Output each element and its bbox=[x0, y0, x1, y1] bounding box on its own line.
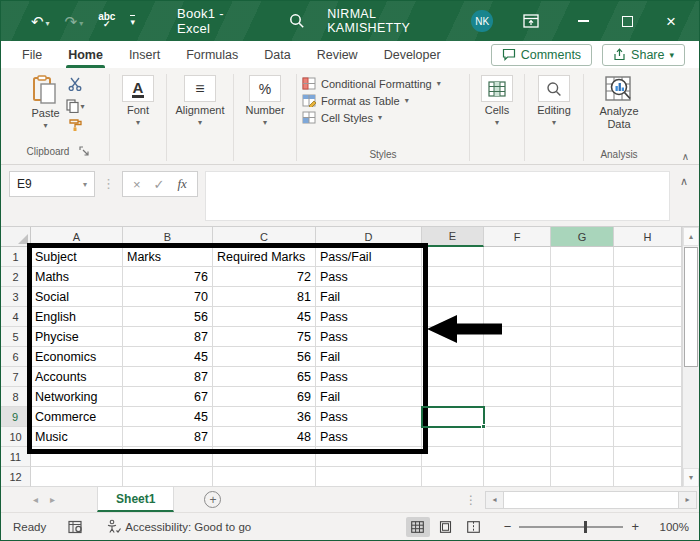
cell-F9[interactable] bbox=[484, 407, 551, 427]
cell-D12[interactable] bbox=[316, 467, 422, 487]
enter-button[interactable]: ✓ bbox=[154, 177, 165, 192]
cell-A2[interactable]: Maths bbox=[31, 267, 123, 287]
previous-sheet-button[interactable]: ◂ bbox=[33, 494, 38, 505]
row-header-11[interactable]: 11 bbox=[1, 447, 31, 467]
account-name[interactable]: NIRMAL KAMISHETTY bbox=[327, 7, 459, 35]
cell-D3[interactable]: Fail bbox=[316, 287, 422, 307]
cell-E11[interactable] bbox=[422, 447, 484, 467]
cell-C8[interactable]: 69 bbox=[213, 387, 316, 407]
chevron-down-icon[interactable]: ▾ bbox=[263, 118, 267, 127]
clipboard-dialog-launcher[interactable] bbox=[79, 142, 89, 160]
cancel-button[interactable]: × bbox=[133, 177, 141, 192]
cell-H6[interactable] bbox=[614, 347, 682, 367]
cell-G8[interactable] bbox=[551, 387, 614, 407]
cell-C3[interactable]: 81 bbox=[213, 287, 316, 307]
splitter-dots-icon[interactable]: ⋮ bbox=[465, 493, 477, 507]
share-button[interactable]: Share ▾ bbox=[602, 44, 685, 66]
cell-D4[interactable]: Pass bbox=[316, 307, 422, 327]
cell-H10[interactable] bbox=[614, 427, 682, 447]
paste-button[interactable]: Paste ▾ bbox=[31, 75, 59, 130]
row-header-3[interactable]: 3 bbox=[1, 287, 31, 307]
cell-A7[interactable]: Accounts bbox=[31, 367, 123, 387]
cell-G6[interactable] bbox=[551, 347, 614, 367]
cell-B3[interactable]: 70 bbox=[123, 287, 213, 307]
cell-B5[interactable]: 87 bbox=[123, 327, 213, 347]
cell-D6[interactable]: Fail bbox=[316, 347, 422, 367]
cell-A5[interactable]: Phycise bbox=[31, 327, 123, 347]
cell-A6[interactable]: Economics bbox=[31, 347, 123, 367]
normal-view-button[interactable] bbox=[406, 517, 430, 537]
cell-H2[interactable] bbox=[614, 267, 682, 287]
cell-F5[interactable] bbox=[484, 327, 551, 347]
cell-D2[interactable]: Pass bbox=[316, 267, 422, 287]
cell-H12[interactable] bbox=[614, 467, 682, 487]
column-header-C[interactable]: C bbox=[213, 227, 316, 247]
row-header-12[interactable]: 12 bbox=[1, 467, 31, 487]
number-menu-button[interactable]: % Number ▾ bbox=[245, 75, 284, 127]
zoom-slider-thumb[interactable] bbox=[584, 521, 587, 533]
accessibility-status[interactable]: Accessibility: Good to go bbox=[106, 519, 251, 534]
column-header-F[interactable]: F bbox=[484, 227, 551, 247]
cell-G9[interactable] bbox=[551, 407, 614, 427]
cell-F3[interactable] bbox=[484, 287, 551, 307]
row-header-8[interactable]: 8 bbox=[1, 387, 31, 407]
cell-F2[interactable] bbox=[484, 267, 551, 287]
row-header-4[interactable]: 4 bbox=[1, 307, 31, 327]
cell-A9[interactable]: Commerce bbox=[31, 407, 123, 427]
conditional-formatting-button[interactable]: Conditional Formatting ▾ bbox=[302, 77, 441, 90]
cell-H9[interactable] bbox=[614, 407, 682, 427]
formula-input[interactable] bbox=[205, 171, 670, 221]
horizontal-scroll-thumb[interactable] bbox=[503, 492, 679, 508]
cell-G1[interactable] bbox=[551, 247, 614, 267]
cell-E2[interactable] bbox=[422, 267, 484, 287]
cell-F11[interactable] bbox=[484, 447, 551, 467]
cell-B4[interactable]: 56 bbox=[123, 307, 213, 327]
cell-G5[interactable] bbox=[551, 327, 614, 347]
chevron-down-icon[interactable]: ▾ bbox=[495, 118, 499, 127]
chevron-down-icon[interactable]: ▾ bbox=[83, 180, 87, 189]
column-header-E[interactable]: E bbox=[422, 227, 484, 247]
cell-D8[interactable]: Fail bbox=[316, 387, 422, 407]
tab-file[interactable]: File bbox=[9, 41, 55, 68]
cell-B10[interactable]: 87 bbox=[123, 427, 213, 447]
cell-H5[interactable] bbox=[614, 327, 682, 347]
cell-B12[interactable] bbox=[123, 467, 213, 487]
next-sheet-button[interactable]: ▸ bbox=[50, 494, 55, 505]
cell-C4[interactable]: 45 bbox=[213, 307, 316, 327]
column-header-A[interactable]: A bbox=[31, 227, 123, 247]
cell-B1[interactable]: Marks bbox=[123, 247, 213, 267]
collapse-ribbon-button[interactable]: ∧ bbox=[682, 151, 689, 162]
cell-C2[interactable]: 72 bbox=[213, 267, 316, 287]
chevron-down-icon[interactable]: ▾ bbox=[552, 118, 556, 127]
cell-A11[interactable] bbox=[31, 447, 123, 467]
cell-D11[interactable] bbox=[316, 447, 422, 467]
row-header-6[interactable]: 6 bbox=[1, 347, 31, 367]
cell-B11[interactable] bbox=[123, 447, 213, 467]
tab-home[interactable]: Home bbox=[55, 41, 116, 68]
cell-C1[interactable]: Required Marks bbox=[213, 247, 316, 267]
cell-E8[interactable] bbox=[422, 387, 484, 407]
row-header-7[interactable]: 7 bbox=[1, 367, 31, 387]
undo-button[interactable]: ↶ ▾ bbox=[31, 14, 50, 29]
tab-formulas[interactable]: Formulas bbox=[173, 41, 251, 68]
cell-G3[interactable] bbox=[551, 287, 614, 307]
zoom-in-button[interactable]: + bbox=[631, 519, 639, 534]
cell-H7[interactable] bbox=[614, 367, 682, 387]
redo-button[interactable]: ↷ ▾ bbox=[65, 14, 84, 29]
cell-C12[interactable] bbox=[213, 467, 316, 487]
cell-D9[interactable]: Pass bbox=[316, 407, 422, 427]
selected-cell-outline[interactable] bbox=[421, 406, 485, 428]
cell-B7[interactable]: 87 bbox=[123, 367, 213, 387]
cell-G12[interactable] bbox=[551, 467, 614, 487]
chevron-down-icon[interactable]: ▾ bbox=[136, 118, 140, 127]
page-layout-view-button[interactable] bbox=[434, 517, 458, 537]
fill-handle[interactable] bbox=[481, 424, 486, 429]
chevron-down-icon[interactable]: ▾ bbox=[669, 50, 674, 60]
cells-menu-button[interactable]: Cells ▾ bbox=[481, 75, 513, 127]
cell-E4[interactable] bbox=[422, 307, 484, 327]
cell-F1[interactable] bbox=[484, 247, 551, 267]
cell-A10[interactable]: Music bbox=[31, 427, 123, 447]
cell-C6[interactable]: 56 bbox=[213, 347, 316, 367]
zoom-out-button[interactable]: − bbox=[504, 519, 512, 534]
cell-C10[interactable]: 48 bbox=[213, 427, 316, 447]
